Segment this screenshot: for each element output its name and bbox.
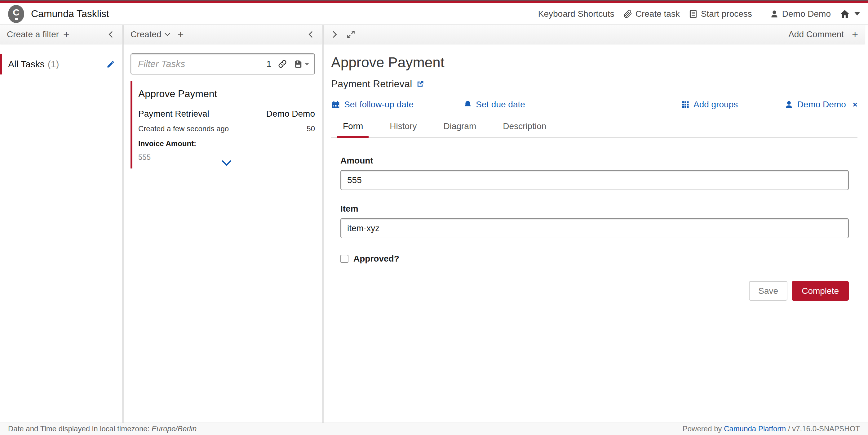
- detail-panel-header: Add Comment +: [323, 25, 865, 44]
- home-menu[interactable]: [839, 9, 860, 19]
- person-icon: [770, 9, 779, 19]
- keyboard-shortcuts-label: Keyboard Shortcuts: [538, 9, 614, 19]
- user-menu[interactable]: Demo Demo: [770, 9, 831, 19]
- item-label: Item: [340, 204, 849, 214]
- app-header: C Camunda Tasklist Keyboard Shortcuts Cr…: [0, 3, 868, 25]
- header-divider: [761, 7, 761, 21]
- expand-task-chevron-icon[interactable]: [138, 160, 315, 167]
- add-groups-button[interactable]: Add groups: [681, 99, 738, 110]
- process-list-icon: [688, 9, 698, 19]
- start-process-button[interactable]: Start process: [688, 9, 752, 19]
- collapse-tasks-icon[interactable]: [307, 30, 315, 38]
- main-area: Create a filter + All Tasks (1) Created: [0, 25, 868, 423]
- create-task-button[interactable]: Create task: [623, 9, 680, 19]
- maximize-icon[interactable]: [347, 30, 355, 39]
- app-title: Camunda Tasklist: [31, 8, 109, 20]
- add-comment-plus-icon: +: [852, 29, 858, 40]
- save-filter-button[interactable]: [293, 59, 309, 68]
- calendar-icon: [331, 100, 340, 109]
- tab-description[interactable]: Description: [497, 121, 552, 138]
- item-field[interactable]: [340, 218, 849, 238]
- approved-checkbox[interactable]: [340, 255, 348, 263]
- grid-icon: [681, 100, 690, 109]
- create-task-label: Create task: [636, 9, 680, 19]
- set-follow-up-date-label: Set follow-up date: [344, 99, 413, 110]
- process-definition-name: Payment Retrieval: [331, 78, 412, 90]
- filters-panel: Create a filter + All Tasks (1): [0, 25, 122, 423]
- add-groups-label: Add groups: [693, 99, 738, 110]
- camunda-platform-link[interactable]: Camunda Platform: [724, 425, 786, 433]
- sort-chevron-down-icon[interactable]: [164, 31, 171, 38]
- add-comment-label: Add Comment: [788, 29, 844, 39]
- add-sorting-button[interactable]: +: [178, 29, 184, 40]
- paperclip-icon: [623, 9, 632, 19]
- task-variable-label: Invoice Amount:: [138, 139, 315, 148]
- add-comment-button[interactable]: Add Comment +: [788, 29, 858, 40]
- chevron-down-icon: [855, 12, 860, 16]
- filter-label: All Tasks: [8, 59, 44, 69]
- filter-count: (1): [48, 59, 59, 69]
- assignee-chip[interactable]: Demo Demo ×: [784, 99, 858, 110]
- brand-stripe: [0, 0, 868, 3]
- assignee-name: Demo Demo: [797, 99, 846, 110]
- version-label: / v7.16.0-SNAPSHOT: [786, 425, 860, 433]
- tasks-panel-header: Created +: [124, 25, 322, 44]
- create-filter-label: Create a filter: [7, 29, 59, 39]
- bell-icon: [463, 100, 472, 109]
- footer: Date and Time displayed in local timezon…: [0, 423, 868, 435]
- link-icon[interactable]: [278, 59, 287, 68]
- person-icon: [784, 100, 794, 109]
- detail-tabs: Form History Diagram Description: [331, 121, 858, 138]
- task-detail-title: Approve Payment: [331, 54, 858, 71]
- task-process-name: Payment Retrieval: [138, 109, 209, 119]
- tasks-panel: Created + 1: [124, 25, 322, 423]
- tab-form[interactable]: Form: [337, 121, 369, 138]
- set-follow-up-date-button[interactable]: Set follow-up date: [331, 99, 463, 110]
- filter-item-all-tasks[interactable]: All Tasks (1): [0, 54, 122, 75]
- approved-label: Approved?: [353, 254, 399, 264]
- save-button[interactable]: Save: [749, 281, 787, 301]
- powered-by-label: Powered by: [683, 425, 724, 433]
- timezone-prefix: Date and Time displayed in local timezon…: [8, 425, 152, 433]
- collapse-filters-icon[interactable]: [107, 30, 115, 38]
- task-list-item[interactable]: Approve Payment Payment Retrieval Demo D…: [130, 81, 315, 169]
- timezone-value: Europe/Berlin: [152, 425, 196, 433]
- external-link-icon[interactable]: [416, 80, 424, 88]
- save-caret-icon: [304, 63, 309, 65]
- task-priority: 50: [307, 124, 315, 133]
- keyboard-shortcuts-link[interactable]: Keyboard Shortcuts: [538, 9, 614, 19]
- task-title: Approve Payment: [138, 88, 315, 99]
- set-due-date-button[interactable]: Set due date: [463, 99, 681, 110]
- logo-square: [15, 18, 18, 20]
- camunda-logo-icon: C: [8, 5, 24, 23]
- user-name-label: Demo Demo: [782, 9, 831, 19]
- tab-diagram[interactable]: Diagram: [438, 121, 482, 138]
- floppy-save-icon: [293, 59, 303, 68]
- task-assignee: Demo Demo: [266, 109, 315, 119]
- collapse-detail-icon[interactable]: [331, 30, 339, 38]
- filters-panel-header: Create a filter +: [0, 25, 122, 44]
- task-detail-panel: Add Comment + Approve Payment Payment Re…: [323, 25, 865, 423]
- remove-assignee-icon[interactable]: ×: [853, 100, 858, 110]
- home-icon: [839, 9, 850, 19]
- task-count: 1: [266, 59, 272, 69]
- amount-field[interactable]: [340, 170, 849, 190]
- create-filter-button[interactable]: +: [63, 29, 69, 40]
- start-process-label: Start process: [701, 9, 752, 19]
- logo-letter: C: [13, 8, 20, 17]
- amount-label: Amount: [340, 156, 849, 166]
- task-form: Amount Item Approved? Save Complete: [331, 138, 858, 301]
- tab-history[interactable]: History: [384, 121, 422, 138]
- timezone-info: Date and Time displayed in local timezon…: [8, 425, 196, 433]
- set-due-date-label: Set due date: [476, 99, 525, 110]
- task-created-time: Created a few seconds ago: [138, 124, 229, 133]
- sort-by-label[interactable]: Created: [130, 29, 161, 39]
- edit-filter-icon[interactable]: [106, 60, 115, 68]
- complete-button[interactable]: Complete: [792, 281, 849, 301]
- task-actions-row: Set follow-up date Set due date: [331, 99, 858, 110]
- version-info: Powered by Camunda Platform / v7.16.0-SN…: [683, 425, 860, 433]
